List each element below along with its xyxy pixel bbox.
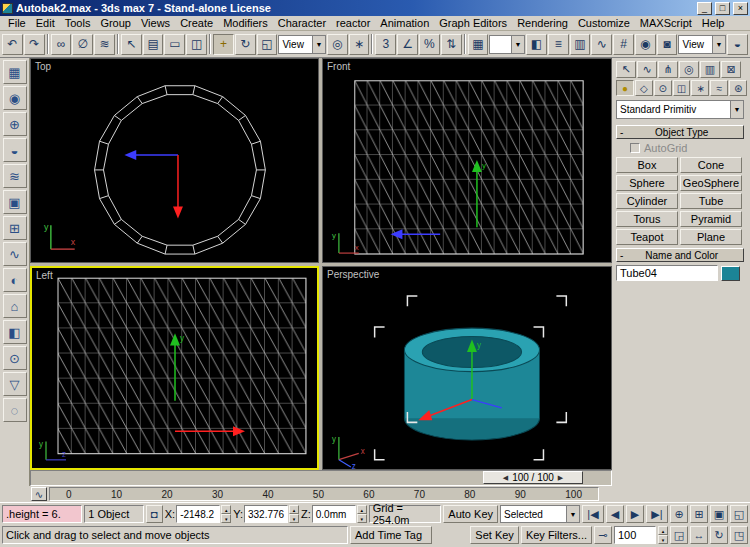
object-type-rollout-header[interactable]: - Object Type <box>616 125 744 139</box>
box-button[interactable]: Box <box>616 157 678 173</box>
menu-create[interactable]: Create <box>175 17 218 29</box>
spinner-down-icon[interactable]: ▾ <box>658 535 668 544</box>
tab-utilities-icon[interactable]: ⊠ <box>721 61 741 78</box>
spinner-snap-icon[interactable]: ⇅ <box>441 34 462 55</box>
open-mini-curve-editor-button[interactable]: ∿ <box>31 487 47 501</box>
cylinder-button[interactable]: Cylinder <box>616 193 678 209</box>
curve-editor-icon[interactable]: ∿ <box>591 34 612 55</box>
menu-edit[interactable]: Edit <box>31 17 60 29</box>
spinner-down-icon[interactable]: ▾ <box>221 514 231 523</box>
maxscript-mini-listener[interactable]: .height = 6. <box>2 505 82 523</box>
key-mode-dropdown[interactable]: Selected ▼ <box>500 505 580 523</box>
material-editor-icon[interactable]: ◉ <box>635 34 656 55</box>
title-bar[interactable]: Autobak2.max - 3ds max 7 - Stand-alone L… <box>0 0 750 16</box>
menu-file[interactable]: File <box>3 17 31 29</box>
menu-maxscript[interactable]: MAXScript <box>635 17 697 29</box>
left-toolbar-button[interactable]: ▽ <box>3 372 27 396</box>
select-and-scale-icon[interactable]: ◱ <box>257 34 278 55</box>
y-input[interactable]: 332.776 <box>244 505 288 523</box>
category-systems-icon[interactable]: ⊛ <box>729 80 747 96</box>
rectangular-selection-region-icon[interactable]: ▭ <box>164 34 185 55</box>
go-to-end-icon[interactable]: ▶| <box>646 505 668 523</box>
time-slider-next-icon[interactable]: ▶ <box>558 474 563 482</box>
cone-button[interactable]: Cone <box>680 157 742 173</box>
viewport-front[interactable]: Front y <box>322 58 612 263</box>
left-toolbar-button[interactable]: ◉ <box>3 86 27 110</box>
maximize-button[interactable]: □ <box>715 2 730 15</box>
chevron-down-icon[interactable]: ▼ <box>712 36 725 53</box>
category-geometry-icon[interactable]: ● <box>616 80 634 96</box>
key-filters-button[interactable]: Key Filters... <box>521 526 592 544</box>
zoom-icon[interactable]: ⊕ <box>670 505 688 523</box>
track-bar[interactable]: 0 10 20 30 40 50 60 70 80 90 100 <box>49 487 599 501</box>
viewport-perspective[interactable]: Perspective <box>322 266 612 470</box>
left-toolbar-button[interactable]: ≋ <box>3 164 27 188</box>
name-color-rollout-header[interactable]: - Name and Color <box>616 248 744 262</box>
category-helpers-icon[interactable]: ∗ <box>691 80 709 96</box>
min-max-toggle-icon[interactable]: ◳ <box>730 526 748 544</box>
autogrid-checkbox[interactable] <box>630 143 640 153</box>
left-toolbar-button[interactable]: ◧ <box>3 320 27 344</box>
left-toolbar-button[interactable]: ◌ <box>3 398 27 422</box>
time-slider-handle[interactable]: ◀ 100 / 100 ▶ <box>483 471 583 484</box>
time-slider-prev-icon[interactable]: ◀ <box>503 474 508 482</box>
menu-customize[interactable]: Customize <box>573 17 635 29</box>
pyramid-button[interactable]: Pyramid <box>680 211 742 227</box>
plane-button[interactable]: Plane <box>680 229 742 245</box>
left-toolbar-button[interactable]: ◒ <box>3 138 27 162</box>
play-icon[interactable]: ▶ <box>626 505 644 523</box>
left-toolbar-button[interactable]: ⊙ <box>3 346 27 370</box>
tube-button[interactable]: Tube <box>680 193 742 209</box>
left-toolbar-button[interactable]: ⊞ <box>3 216 27 240</box>
mirror-icon[interactable]: ◧ <box>526 34 547 55</box>
menu-rendering[interactable]: Rendering <box>512 17 573 29</box>
left-toolbar-button[interactable]: ∿ <box>3 242 27 266</box>
key-mode-toggle-icon[interactable]: ⊸ <box>594 526 612 544</box>
teapot-button[interactable]: Teapot <box>616 229 678 245</box>
selection-lock-icon[interactable]: ◘ <box>146 505 163 523</box>
render-type-dropdown[interactable]: View ▼ <box>678 35 726 54</box>
unlink-selection-icon[interactable]: ∅ <box>72 34 93 55</box>
menu-animation[interactable]: Animation <box>375 17 434 29</box>
redo-icon[interactable]: ↷ <box>24 34 45 55</box>
tab-modify-icon[interactable]: ∿ <box>637 61 657 78</box>
time-slider-track[interactable]: ◀ 100 / 100 ▶ <box>30 470 612 486</box>
window-crossing-toggle-icon[interactable]: ◫ <box>186 34 207 55</box>
chevron-down-icon[interactable]: ▼ <box>566 506 579 522</box>
viewport-left[interactable]: Left y <box>30 266 319 470</box>
quick-render-icon[interactable]: ◒ <box>727 34 748 55</box>
select-object-icon[interactable]: ↖ <box>121 34 142 55</box>
render-scene-icon[interactable]: ◙ <box>657 34 678 55</box>
select-and-rotate-icon[interactable]: ↻ <box>235 34 256 55</box>
spinner-down-icon[interactable]: ▾ <box>289 514 299 523</box>
left-toolbar-button[interactable]: ◐ <box>3 268 27 292</box>
minimize-button[interactable]: _ <box>697 2 712 15</box>
object-color-swatch[interactable] <box>721 266 740 281</box>
chevron-down-icon[interactable]: ▼ <box>511 36 524 53</box>
go-to-start-icon[interactable]: |◀ <box>582 505 604 523</box>
category-lights-icon[interactable]: ⊙ <box>654 80 672 96</box>
category-shapes-icon[interactable]: ◇ <box>635 80 653 96</box>
geosphere-button[interactable]: GeoSphere <box>680 175 742 191</box>
percent-snap-icon[interactable]: % <box>419 34 440 55</box>
reference-coordinate-dropdown[interactable]: View ▼ <box>278 35 326 54</box>
zoom-region-icon[interactable]: ◲ <box>670 526 688 544</box>
layer-manager-icon[interactable]: ▥ <box>570 34 591 55</box>
menu-help[interactable]: Help <box>697 17 730 29</box>
menu-reactor[interactable]: reactor <box>331 17 375 29</box>
select-and-move-icon[interactable]: + <box>213 34 234 55</box>
viewport-top[interactable]: Top y <box>30 58 319 263</box>
set-key-button[interactable]: Set Key <box>470 526 519 544</box>
previous-frame-icon[interactable]: ◀ <box>606 505 624 523</box>
schematic-view-icon[interactable]: # <box>613 34 634 55</box>
x-input[interactable]: -2148.2 <box>176 505 220 523</box>
tab-create-icon[interactable]: ↖ <box>616 61 636 78</box>
geometry-category-dropdown[interactable]: Standard Primitiv ▼ <box>616 100 744 119</box>
add-time-tag-button[interactable]: Add Time Tag <box>350 526 432 544</box>
spinner-up-icon[interactable]: ▴ <box>221 505 231 514</box>
use-pivot-point-center-icon[interactable]: ◎ <box>327 34 348 55</box>
pan-icon[interactable]: ↔ <box>690 526 708 544</box>
menu-tools[interactable]: Tools <box>60 17 96 29</box>
left-toolbar-button[interactable]: ▣ <box>3 190 27 214</box>
object-name-input[interactable]: Tube04 <box>616 265 718 281</box>
